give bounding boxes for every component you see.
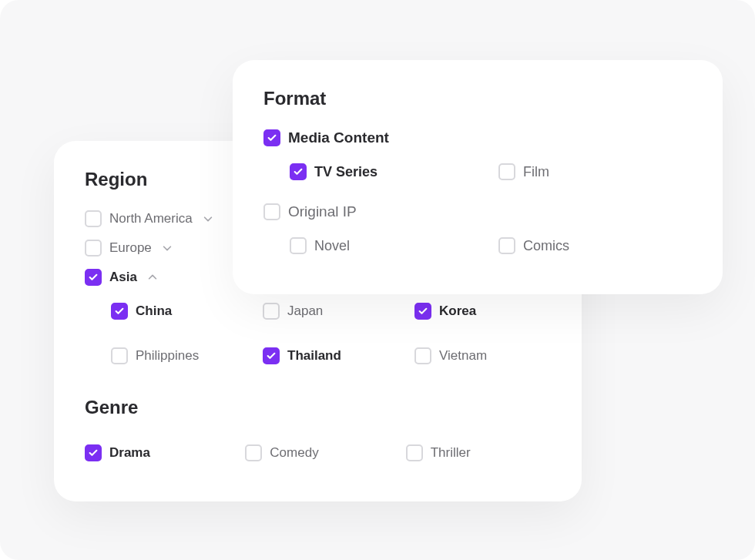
checkbox-label: Korea bbox=[439, 303, 476, 319]
checkbox-label: Media Content bbox=[288, 129, 389, 146]
checkbox-label: Comedy bbox=[270, 445, 318, 461]
checkbox[interactable] bbox=[498, 163, 515, 180]
genre-title: Genre bbox=[85, 397, 551, 418]
checkbox[interactable] bbox=[85, 210, 102, 227]
format-item-novel[interactable]: Novel bbox=[290, 234, 483, 257]
asia-children: China Japan Korea Philippines Thailand V… bbox=[85, 293, 551, 374]
checkbox-label: Thailand bbox=[287, 348, 341, 364]
checkbox[interactable] bbox=[245, 444, 262, 461]
checkbox-label: Japan bbox=[287, 303, 323, 319]
checkbox[interactable] bbox=[85, 444, 102, 461]
genre-item-comedy[interactable]: Comedy bbox=[245, 441, 390, 464]
genre-item-thriller[interactable]: Thriller bbox=[406, 441, 551, 464]
chevron-down-icon[interactable] bbox=[202, 213, 214, 225]
checkbox[interactable] bbox=[85, 240, 102, 257]
chevron-up-icon[interactable] bbox=[146, 271, 159, 283]
checkbox[interactable] bbox=[111, 347, 128, 364]
checkbox[interactable] bbox=[263, 203, 280, 220]
checkbox[interactable] bbox=[111, 303, 128, 320]
checkbox-label: China bbox=[136, 303, 172, 319]
format-item-tv-series[interactable]: TV Series bbox=[290, 160, 483, 183]
region-item-philippines[interactable]: Philippines bbox=[111, 344, 247, 367]
checkbox-label: Drama bbox=[109, 445, 150, 461]
checkbox-label: North America bbox=[109, 211, 193, 226]
checkbox[interactable] bbox=[263, 303, 280, 320]
genre-item-drama[interactable]: Drama bbox=[85, 441, 230, 464]
region-item-japan[interactable]: Japan bbox=[263, 300, 399, 323]
format-title: Format bbox=[263, 88, 692, 109]
checkbox[interactable] bbox=[290, 163, 307, 180]
checkbox-label: Philippines bbox=[136, 348, 199, 364]
checkbox[interactable] bbox=[406, 444, 423, 461]
checkbox-label: TV Series bbox=[314, 164, 378, 180]
checkbox-label: Original IP bbox=[288, 203, 357, 220]
format-group-original-ip[interactable]: Original IP bbox=[263, 200, 692, 223]
canvas: Region North America Europe bbox=[0, 0, 755, 560]
checkbox-label: Film bbox=[523, 164, 549, 180]
checkbox[interactable] bbox=[85, 269, 102, 286]
checkbox[interactable] bbox=[263, 129, 280, 146]
checkbox-label: Vietnam bbox=[439, 348, 487, 364]
checkbox-label: Europe bbox=[109, 240, 152, 256]
checkbox[interactable] bbox=[414, 347, 431, 364]
checkbox[interactable] bbox=[290, 237, 307, 254]
region-item-vietnam[interactable]: Vietnam bbox=[414, 344, 551, 367]
format-item-comics[interactable]: Comics bbox=[498, 234, 692, 257]
format-card: Format Media Content TV Series Film Orig… bbox=[233, 60, 723, 294]
genre-items: Drama Comedy Thriller bbox=[85, 435, 551, 471]
checkbox-label: Novel bbox=[314, 238, 350, 254]
region-item-thailand[interactable]: Thailand bbox=[263, 344, 399, 367]
region-item-korea[interactable]: Korea bbox=[414, 300, 551, 323]
checkbox[interactable] bbox=[263, 347, 280, 364]
chevron-down-icon[interactable] bbox=[161, 242, 173, 254]
original-ip-children: Novel Comics bbox=[263, 228, 692, 263]
region-item-china[interactable]: China bbox=[111, 300, 247, 323]
checkbox-label: Asia bbox=[109, 270, 137, 285]
checkbox-label: Thriller bbox=[431, 445, 471, 461]
media-content-children: TV Series Film bbox=[263, 154, 692, 189]
format-item-film[interactable]: Film bbox=[498, 160, 692, 183]
checkbox[interactable] bbox=[414, 303, 431, 320]
checkbox[interactable] bbox=[498, 237, 515, 254]
checkbox-label: Comics bbox=[523, 238, 569, 254]
format-group-media-content[interactable]: Media Content bbox=[263, 126, 692, 149]
